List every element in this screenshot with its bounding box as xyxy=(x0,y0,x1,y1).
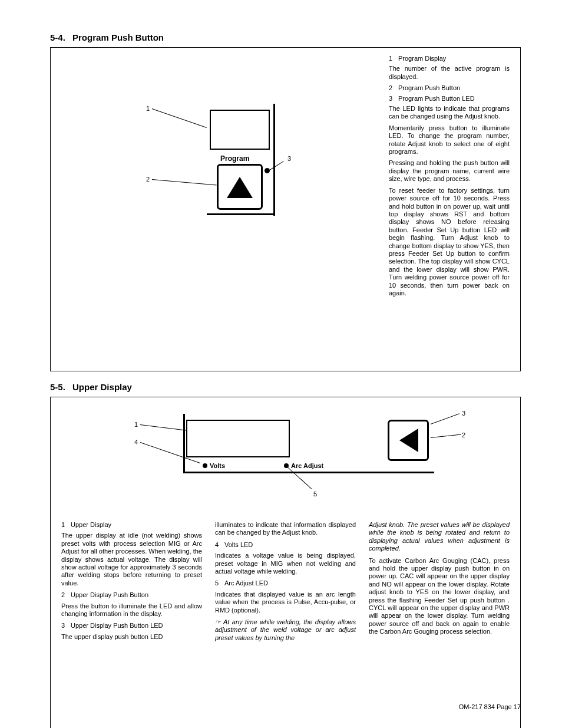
list-item: 1Program Display xyxy=(389,55,510,62)
section-number: 5-4. xyxy=(50,32,65,42)
program-label: Program xyxy=(220,154,249,163)
panel-edge-vertical xyxy=(183,414,185,473)
paragraph: Indicates a voltage value is being displ… xyxy=(215,552,356,575)
up-arrow-icon xyxy=(227,177,253,198)
leader-line xyxy=(140,424,187,431)
paragraph: The LED lights to indicate that programs… xyxy=(389,105,510,121)
list-item: 5Arc Adjust LED xyxy=(215,579,356,587)
page-footer: OM-217 834 Page 17 xyxy=(459,703,521,710)
upper-display-push-button[interactable] xyxy=(388,420,429,461)
callout-2: 2 xyxy=(146,176,150,183)
panel-edge-horizontal xyxy=(183,472,434,473)
paragraph: The upper display push button LED xyxy=(61,633,202,641)
section-5-5-columns: 1Upper Display The upper display at idle… xyxy=(61,521,510,646)
column-3: Adjust knob. The preset values will be d… xyxy=(369,521,510,646)
section-heading: Program Push Button xyxy=(72,32,164,42)
paragraph: illuminates to indicate that information… xyxy=(215,521,356,537)
callout-5: 5 xyxy=(313,490,317,498)
callout-1: 1 xyxy=(146,105,150,112)
callout-1: 1 xyxy=(134,421,138,428)
section-5-5-title: 5-5. Upper Display xyxy=(50,382,521,392)
column-2: illuminates to indicate that information… xyxy=(215,521,356,646)
section-5-4-text: 1Program Display The number of the activ… xyxy=(389,55,510,301)
leader-line xyxy=(431,413,459,424)
leader-line xyxy=(152,108,207,128)
section-heading: Upper Display xyxy=(72,382,132,392)
figure-5-5: Volts Arc Adjust 1 4 3 2 5 1Upper Displa… xyxy=(50,397,521,728)
volts-label: Volts xyxy=(210,462,225,469)
arc-adjust-label: Arc Adjust xyxy=(291,462,323,469)
figure-5-4: Program 1 2 3 1Program Display The numbe… xyxy=(50,47,521,371)
callout-3: 3 xyxy=(287,155,291,162)
panel-edge-vertical xyxy=(273,104,275,216)
section-number: 5-5. xyxy=(50,382,65,392)
callout-4: 4 xyxy=(134,439,138,446)
note-continuation: Adjust knob. The preset values will be d… xyxy=(369,521,510,553)
leader-line xyxy=(269,161,284,171)
list-item: 2Upper Display Push Button xyxy=(61,591,202,599)
paragraph: Momentarily press button to illuminate L… xyxy=(389,124,510,156)
volts-led xyxy=(203,463,207,468)
program-push-button[interactable] xyxy=(217,164,263,210)
paragraph: Pressing and holding the push button wil… xyxy=(389,159,510,183)
upper-display-diagram: Volts Arc Adjust 1 4 3 2 5 xyxy=(110,408,475,508)
callout-3: 3 xyxy=(462,410,465,417)
upper-display xyxy=(186,420,290,457)
panel-edge-horizontal xyxy=(207,213,275,215)
callout-2: 2 xyxy=(462,431,465,439)
list-item: 4Volts LED xyxy=(215,541,356,549)
leader-line xyxy=(287,467,312,489)
list-item: 1Upper Display xyxy=(61,521,202,529)
program-button-diagram: Program 1 2 3 xyxy=(168,110,316,228)
program-display xyxy=(210,110,270,150)
paragraph: To activate Carbon Arc Gouging (CAC), pr… xyxy=(369,557,510,636)
note: At any time while welding, the display a… xyxy=(215,618,356,642)
paragraph: To reset feeder to factory settings, tur… xyxy=(389,187,510,298)
paragraph: Press the button to illuminate the LED a… xyxy=(61,602,202,618)
leader-line xyxy=(152,179,217,186)
paragraph: Indicates that displayed value is an arc… xyxy=(215,591,356,614)
list-item: 3Upper Display Push Button LED xyxy=(61,622,202,630)
paragraph: The upper display at idle (not welding) … xyxy=(61,532,202,587)
list-item: 2Program Push Button xyxy=(389,84,510,92)
left-arrow-icon xyxy=(399,429,418,452)
paragraph: The number of the active program is disp… xyxy=(389,65,510,81)
leader-line xyxy=(431,434,461,438)
list-item: 3Program Push Button LED xyxy=(389,95,510,103)
section-5-4-title: 5-4. Program Push Button xyxy=(50,32,521,42)
column-1: 1Upper Display The upper display at idle… xyxy=(61,521,202,646)
